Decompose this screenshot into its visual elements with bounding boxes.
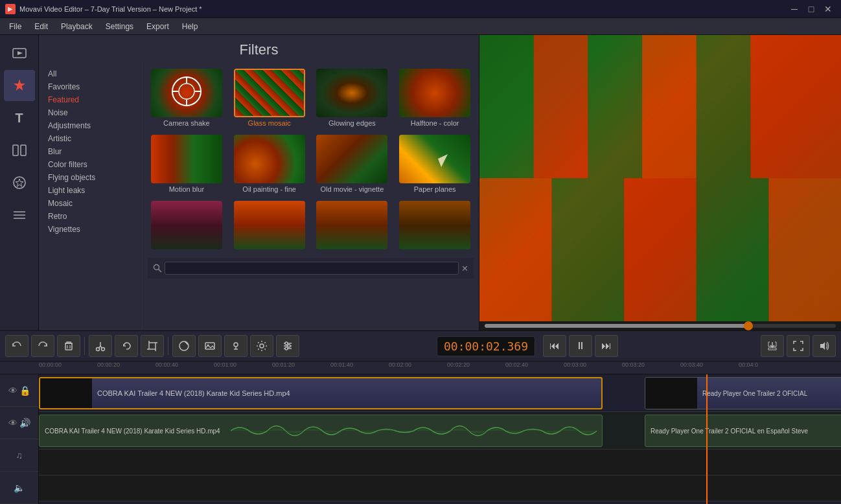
svg-marker-15 (438, 154, 448, 167)
settings-button[interactable] (250, 335, 273, 357)
volume-button[interactable] (812, 335, 836, 357)
filter-row3-1[interactable] (148, 200, 225, 253)
svg-point-56 (285, 347, 288, 350)
filter-thumb-row3-4 (399, 201, 470, 249)
crop-button[interactable] (141, 335, 164, 357)
audio-clip-2[interactable]: Ready Player One Trailer 2 OFICIAL en Es… (645, 415, 841, 447)
cut-button[interactable] (89, 335, 112, 357)
menu-playback[interactable]: Playback (54, 20, 99, 33)
filter-old-movie-vignette[interactable]: Old movie - vignette (314, 133, 391, 194)
tool-effects[interactable] (4, 70, 35, 101)
sfx-track (39, 475, 841, 501)
svg-rect-20 (479, 35, 534, 178)
delete-button[interactable] (57, 335, 80, 357)
filter-cat-noise[interactable]: Noise (41, 106, 139, 119)
svg-line-17 (159, 269, 162, 273)
fullscreen-button[interactable] (787, 335, 810, 357)
filter-cat-artistic[interactable]: Artistic (41, 132, 139, 145)
menu-edit[interactable]: Edit (28, 20, 54, 33)
video-clip-1[interactable]: COBRA KAI Trailer 4 NEW (2018) Karate Ki… (39, 377, 603, 409)
filter-cat-favorites[interactable]: Favorites (41, 80, 139, 93)
pause-button[interactable]: ⏸ (569, 335, 592, 357)
menu-file[interactable]: File (3, 20, 28, 33)
separator-2 (168, 337, 168, 355)
color-button[interactable] (172, 335, 196, 357)
filter-label-oil-painting-fine: Oil painting - fine (242, 185, 296, 193)
filter-cat-all[interactable]: All (41, 67, 139, 80)
filter-search-input[interactable] (165, 262, 459, 275)
svg-marker-5 (16, 179, 23, 187)
rotate-button[interactable] (115, 335, 138, 357)
filter-glowing-edges[interactable]: Glowing edges (314, 67, 391, 128)
filter-motion-blur[interactable]: Motion blur (148, 133, 225, 194)
preview-progress-container[interactable] (479, 321, 841, 330)
filter-paper-planes[interactable]: Paper planes (396, 133, 474, 194)
window-controls[interactable]: ─ □ ✕ (787, 2, 836, 16)
svg-point-47 (234, 343, 238, 347)
preview-progress-thumb[interactable] (744, 321, 753, 330)
ruler-mark-0: 00:00:00 (39, 361, 62, 368)
audio-vis-icon[interactable]: 👁 (8, 418, 17, 428)
export-frame-button[interactable] (761, 335, 784, 357)
audio-button[interactable] (224, 335, 248, 357)
filter-cat-mosaic[interactable]: Mosaic (41, 197, 139, 210)
clip-label-1: COBRA KAI Trailer 4 NEW (2018) Karate Ki… (92, 389, 295, 397)
search-clear-button[interactable]: ✕ (461, 264, 468, 273)
skip-forward-button[interactable]: ⏭ (595, 335, 618, 357)
filter-cat-featured[interactable]: Featured (41, 93, 139, 106)
audio-clip-1[interactable]: COBRA KAI Trailer 4 NEW (2018) Karate Ki… (39, 415, 603, 447)
ruler-mark-10: 00:03:20 (622, 361, 645, 368)
image-button[interactable] (198, 335, 222, 357)
filter-cat-light-leaks[interactable]: Light leaks (41, 184, 139, 197)
menu-export[interactable]: Export (140, 20, 176, 33)
filter-cat-flying-objects[interactable]: Flying objects (41, 171, 139, 184)
filter-halftone-color[interactable]: Halftone - color (396, 67, 474, 128)
svg-rect-45 (205, 343, 214, 349)
filter-label-glass-mosaic: Glass mosaic (248, 119, 291, 127)
tool-transitions[interactable] (4, 135, 35, 166)
tool-menu[interactable] (4, 200, 35, 231)
redo-button[interactable] (31, 335, 54, 357)
filter-camera-shake[interactable]: Camera shake (148, 67, 225, 128)
filter-cat-retro[interactable]: Retro (41, 210, 139, 223)
visibility-icon[interactable]: 👁 (8, 385, 17, 396)
filter-glass-mosaic[interactable]: Glass mosaic (231, 67, 308, 128)
undo-button[interactable] (5, 335, 29, 357)
tool-titles[interactable]: T (4, 102, 35, 133)
audio-mute-icon[interactable]: 🔊 (19, 418, 30, 428)
lock-icon[interactable]: 🔒 (19, 385, 30, 396)
audio-label-1: COBRA KAI Trailer 4 NEW (2018) Karate Ki… (40, 428, 225, 435)
svg-rect-23 (642, 35, 697, 178)
filter-cat-color-filters[interactable]: Color filters (41, 158, 139, 171)
preview-content (479, 35, 841, 321)
filter-row3-2[interactable] (231, 200, 308, 253)
video-clip-2[interactable]: Ready Player One Trailer 2 OFICIAL (645, 377, 841, 409)
minimize-button[interactable]: ─ (787, 2, 802, 16)
close-button[interactable]: ✕ (820, 2, 836, 16)
preview-progress-bar[interactable] (485, 324, 836, 328)
filter-thumb-paper-planes (399, 135, 470, 183)
filter-cat-adjustments[interactable]: Adjustments (41, 119, 139, 132)
sfx-icon[interactable]: 🔈 (14, 483, 25, 493)
filter-row3-3[interactable] (314, 200, 391, 253)
tool-video-clips[interactable] (4, 38, 35, 69)
menu-settings[interactable]: Settings (99, 20, 140, 33)
menu-help[interactable]: Help (176, 20, 205, 33)
filter-row3-4[interactable] (396, 200, 474, 253)
music-icon[interactable]: ♫ (16, 450, 23, 461)
filter-cat-vignettes[interactable]: Vignettes (41, 223, 139, 236)
filter-cat-blur[interactable]: Blur (41, 145, 139, 158)
maximize-button[interactable]: □ (803, 2, 819, 16)
svg-marker-1 (17, 51, 23, 55)
clip-thumbnail-1 (40, 378, 92, 408)
preview-progress-fill (485, 324, 748, 328)
audio-settings-button[interactable] (276, 335, 299, 357)
window-title: Movavi Video Editor – 7-Day Trial Versio… (19, 5, 202, 13)
filters-sidebar: All Favorites Featured Noise Adjustments… (39, 62, 143, 330)
clip-label-2: Ready Player One Trailer 2 OFICIAL (697, 390, 812, 397)
filter-oil-painting-fine[interactable]: Oil painting - fine (231, 133, 308, 194)
app-icon: ▶ (5, 4, 16, 14)
tool-favorites[interactable] (4, 167, 35, 198)
skip-back-button[interactable]: ⏮ (543, 335, 566, 357)
separator-1 (84, 337, 85, 355)
